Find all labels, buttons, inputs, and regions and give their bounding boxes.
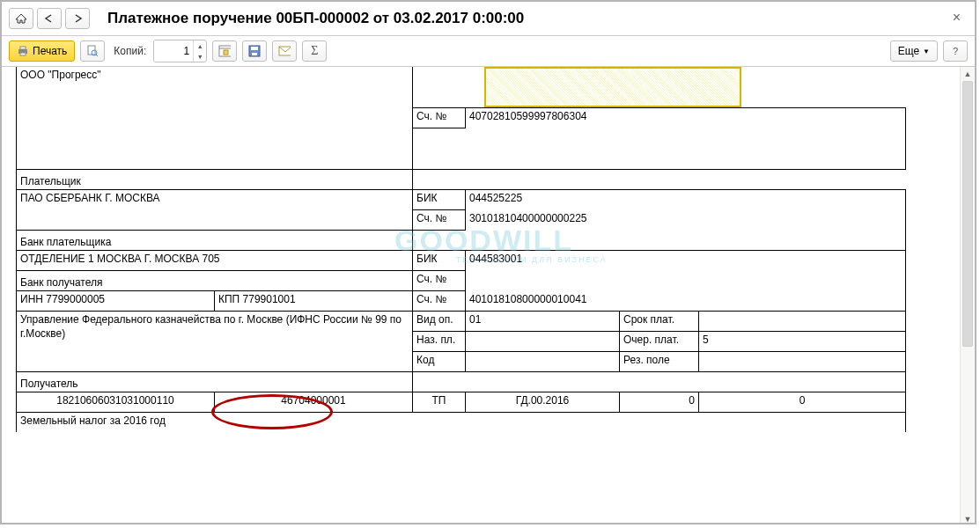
nazpl-label: Наз. пл. bbox=[413, 332, 466, 352]
scroll-down-arrow[interactable]: ▼ bbox=[961, 512, 975, 524]
preview-button[interactable] bbox=[80, 40, 105, 62]
purpose: Земельный налог за 2016 год bbox=[20, 414, 166, 427]
sigma-button[interactable]: Σ bbox=[302, 40, 327, 62]
acc-label3: Сч. № bbox=[413, 271, 466, 291]
printer-icon bbox=[17, 46, 29, 56]
ben-bank: ОТДЕЛЕНИЕ 1 МОСКВА Г. МОСКВА 705 bbox=[20, 253, 220, 265]
print-label: Печать bbox=[33, 45, 67, 57]
rez-label: Рез. поле bbox=[620, 352, 699, 372]
payer-bank-label: Банк плательщика bbox=[20, 236, 111, 248]
svg-rect-2 bbox=[20, 53, 26, 55]
kbk: 18210606031031000110 bbox=[17, 392, 215, 413]
basis: ТП bbox=[413, 392, 466, 413]
ben-bank-label: Банк получателя bbox=[20, 276, 102, 289]
highlight-box bbox=[484, 67, 741, 107]
svg-rect-10 bbox=[251, 47, 258, 50]
forward-button[interactable] bbox=[65, 8, 90, 29]
ben-bik: 044583001 bbox=[469, 253, 522, 265]
payer-bank: ПАО СБЕРБАНК Г. МОСКВА bbox=[20, 192, 159, 204]
help-button[interactable]: ? bbox=[943, 40, 968, 62]
close-button[interactable]: × bbox=[947, 9, 966, 26]
vertical-scrollbar[interactable]: ▲ ▼ bbox=[960, 67, 975, 524]
document-sheet: GOODWILL ТЕХНОЛОГИИ ДЛЯ БИЗНЕСА ООО "Про… bbox=[16, 67, 947, 524]
window-title: Платежное поручение 00БП-000002 от 03.02… bbox=[107, 10, 524, 27]
inn: ИНН 7799000005 bbox=[17, 291, 215, 312]
acc-label2: Сч. № bbox=[413, 210, 466, 231]
oktmo-cell: 46704000001 bbox=[215, 392, 413, 413]
acc-label: Сч. № bbox=[413, 108, 466, 128]
oktmo: 46704000001 bbox=[281, 394, 345, 407]
kod-label: Код bbox=[413, 352, 466, 372]
srok-label: Срок плат. bbox=[620, 312, 699, 332]
scroll-track[interactable] bbox=[962, 81, 973, 512]
copies-stepper[interactable]: ▲▼ bbox=[153, 40, 207, 62]
scroll-up-arrow[interactable]: ▲ bbox=[961, 67, 975, 81]
back-button[interactable] bbox=[37, 8, 62, 29]
ocher-label: Очер. плат. bbox=[620, 332, 699, 352]
chevron-down-icon: ▼ bbox=[923, 48, 930, 55]
sheet-toggle-button[interactable] bbox=[212, 40, 237, 62]
beneficiary: Управление Федерального казначейства по … bbox=[20, 313, 402, 340]
scroll-thumb[interactable] bbox=[962, 81, 973, 347]
vidop: 01 bbox=[466, 312, 620, 332]
svg-rect-11 bbox=[252, 53, 257, 55]
copies-label: Копий: bbox=[114, 45, 146, 57]
ben-label: Получатель bbox=[20, 378, 78, 390]
payer-label: Плательщик bbox=[20, 175, 81, 187]
bik-label1: БИК bbox=[413, 190, 466, 210]
kpp: КПП 779901001 bbox=[215, 291, 413, 312]
docdate: 0 bbox=[699, 392, 906, 413]
payer-bank-acc: 30101810400000000225 bbox=[469, 212, 586, 224]
window-header: Платежное поручение 00БП-000002 от 03.02… bbox=[2, 2, 975, 36]
print-button[interactable]: Печать bbox=[9, 40, 75, 62]
more-label: Еще bbox=[898, 45, 919, 57]
copies-input[interactable] bbox=[154, 40, 193, 62]
svg-line-5 bbox=[96, 55, 98, 56]
email-button[interactable] bbox=[272, 40, 297, 62]
home-button[interactable] bbox=[9, 8, 33, 29]
ocher: 5 bbox=[699, 332, 906, 352]
svg-rect-8 bbox=[224, 50, 228, 55]
svg-rect-1 bbox=[20, 47, 26, 49]
docnum: 0 bbox=[620, 392, 699, 413]
copies-down[interactable]: ▼ bbox=[194, 51, 206, 62]
payer-org: ООО "Прогресс" bbox=[20, 69, 101, 81]
payer-bik: 044525225 bbox=[469, 192, 522, 204]
toolbar: Печать Копий: ▲▼ Σ Еще▼ ? bbox=[2, 36, 975, 67]
ben-account: 40101810800000010041 bbox=[469, 293, 586, 305]
more-button[interactable]: Еще▼ bbox=[890, 40, 938, 62]
copies-up[interactable]: ▲ bbox=[194, 40, 206, 51]
print-preview-window: Платежное поручение 00БП-000002 от 03.02… bbox=[0, 0, 976, 524]
payment-order-table: ООО "Прогресс" Сч. № 4070281059999780630… bbox=[16, 67, 906, 432]
period: ГД.00.2016 bbox=[466, 392, 620, 413]
save-button[interactable] bbox=[242, 40, 267, 62]
bik-label2: БИК bbox=[413, 251, 466, 271]
acc-label4: Сч. № bbox=[413, 291, 466, 312]
vidop-label: Вид оп. bbox=[413, 312, 466, 332]
document-viewport: GOODWILL ТЕХНОЛОГИИ ДЛЯ БИЗНЕСА ООО "Про… bbox=[2, 67, 975, 524]
payer-account: 40702810599997806304 bbox=[469, 110, 586, 122]
